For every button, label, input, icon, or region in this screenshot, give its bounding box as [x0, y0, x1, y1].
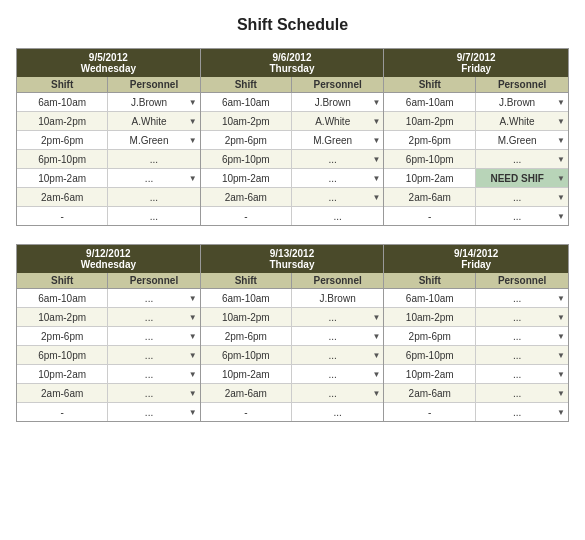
personnel-cell[interactable]: A.White▼ [292, 112, 383, 130]
dropdown-arrow-icon[interactable]: ▼ [557, 212, 565, 221]
personnel-cell[interactable]: ...▼ [108, 327, 199, 345]
shift-time-cell: 2am-6am [17, 384, 108, 402]
col-headers-row: ShiftPersonnel [17, 77, 200, 93]
personnel-cell[interactable]: ...▼ [108, 403, 199, 421]
dropdown-arrow-icon[interactable]: ▼ [557, 174, 565, 183]
personnel-name: ... [295, 312, 370, 323]
dropdown-arrow-icon[interactable]: ▼ [557, 408, 565, 417]
shift-time-cell: 2am-6am [201, 188, 292, 206]
personnel-name: ... [479, 407, 555, 418]
shift-time-cell: 10pm-2am [17, 365, 108, 383]
personnel-cell[interactable]: ...▼ [108, 289, 199, 307]
personnel-cell[interactable]: J.Brown▼ [292, 93, 383, 111]
personnel-cell[interactable]: M.Green▼ [476, 131, 568, 149]
personnel-cell[interactable]: ...▼ [108, 384, 199, 402]
day-block-1-2: 9/14/2012FridayShiftPersonnel6am-10am...… [384, 245, 568, 422]
personnel-name: J.Brown [295, 97, 370, 108]
dropdown-arrow-icon[interactable]: ▼ [189, 136, 197, 145]
dropdown-arrow-icon[interactable]: ▼ [372, 117, 380, 126]
personnel-name: ... [479, 388, 555, 399]
shift-time-cell: 6pm-10pm [201, 150, 292, 168]
personnel-cell[interactable]: ...▼ [292, 150, 383, 168]
personnel-cell[interactable]: ...▼ [292, 188, 383, 206]
day-weekday: Friday [386, 63, 566, 74]
dropdown-arrow-icon[interactable]: ▼ [189, 408, 197, 417]
dropdown-arrow-icon[interactable]: ▼ [189, 351, 197, 360]
day-date: 9/7/2012 [386, 52, 566, 63]
table-row: -... [17, 207, 200, 226]
personnel-cell[interactable]: ...▼ [476, 188, 568, 206]
dropdown-arrow-icon[interactable]: ▼ [557, 370, 565, 379]
dropdown-arrow-icon[interactable]: ▼ [557, 313, 565, 322]
shift-time-cell: 2pm-6pm [384, 327, 476, 345]
dropdown-arrow-icon[interactable]: ▼ [189, 117, 197, 126]
shift-time-cell: 10pm-2am [384, 169, 476, 187]
dropdown-arrow-icon[interactable]: ▼ [557, 117, 565, 126]
schedule-grid-0: 9/5/2012WednesdayShiftPersonnel6am-10amJ… [16, 48, 569, 226]
col-headers-row: ShiftPersonnel [384, 77, 568, 93]
dropdown-arrow-icon[interactable]: ▼ [557, 193, 565, 202]
personnel-cell[interactable]: ...▼ [476, 327, 568, 345]
personnel-cell[interactable]: ...▼ [476, 365, 568, 383]
personnel-cell[interactable]: ...▼ [476, 346, 568, 364]
personnel-cell[interactable]: M.Green▼ [292, 131, 383, 149]
personnel-cell[interactable]: ...▼ [292, 384, 383, 402]
dropdown-arrow-icon[interactable]: ▼ [189, 370, 197, 379]
dropdown-arrow-icon[interactable]: ▼ [189, 174, 197, 183]
dropdown-arrow-icon[interactable]: ▼ [189, 294, 197, 303]
personnel-cell[interactable]: ...▼ [292, 308, 383, 326]
table-row: 2pm-6pm...▼ [384, 327, 568, 346]
dropdown-arrow-icon[interactable]: ▼ [372, 332, 380, 341]
personnel-cell[interactable]: ...▼ [108, 308, 199, 326]
personnel-cell[interactable]: ...▼ [108, 365, 199, 383]
dropdown-arrow-icon[interactable]: ▼ [557, 98, 565, 107]
dropdown-arrow-icon[interactable]: ▼ [557, 332, 565, 341]
dropdown-arrow-icon[interactable]: ▼ [372, 155, 380, 164]
personnel-cell[interactable]: ...▼ [108, 169, 199, 187]
dropdown-arrow-icon[interactable]: ▼ [557, 389, 565, 398]
personnel-cell[interactable]: ...▼ [476, 207, 568, 225]
dropdown-arrow-icon[interactable]: ▼ [372, 174, 380, 183]
personnel-cell[interactable]: J.Brown▼ [476, 93, 568, 111]
schedule-section-0: 9/5/2012WednesdayShiftPersonnel6am-10amJ… [16, 48, 569, 226]
personnel-name: ... [111, 154, 196, 165]
dropdown-arrow-icon[interactable]: ▼ [189, 389, 197, 398]
personnel-cell[interactable]: ...▼ [476, 308, 568, 326]
personnel-cell[interactable]: ...▼ [292, 327, 383, 345]
personnel-cell[interactable]: ...▼ [292, 365, 383, 383]
dropdown-arrow-icon[interactable]: ▼ [372, 98, 380, 107]
dropdown-arrow-icon[interactable]: ▼ [372, 351, 380, 360]
personnel-cell[interactable]: ...▼ [108, 346, 199, 364]
personnel-cell: ... [108, 207, 199, 225]
personnel-cell[interactable]: A.White▼ [108, 112, 199, 130]
day-block-1-1: 9/13/2012ThursdayShiftPersonnel6am-10amJ… [201, 245, 385, 422]
table-row: 2am-6am...▼ [17, 384, 200, 403]
dropdown-arrow-icon[interactable]: ▼ [372, 389, 380, 398]
personnel-cell[interactable]: NEED SHIF▼ [476, 169, 568, 187]
dropdown-arrow-icon[interactable]: ▼ [372, 136, 380, 145]
dropdown-arrow-icon[interactable]: ▼ [189, 98, 197, 107]
personnel-cell[interactable]: ...▼ [292, 346, 383, 364]
personnel-cell[interactable]: ...▼ [476, 150, 568, 168]
personnel-cell[interactable]: A.White▼ [476, 112, 568, 130]
shift-time-cell: 10pm-2am [384, 365, 476, 383]
dropdown-arrow-icon[interactable]: ▼ [557, 136, 565, 145]
dropdown-arrow-icon[interactable]: ▼ [557, 294, 565, 303]
personnel-cell[interactable]: M.Green▼ [108, 131, 199, 149]
dropdown-arrow-icon[interactable]: ▼ [189, 332, 197, 341]
dropdown-arrow-icon[interactable]: ▼ [372, 313, 380, 322]
personnel-cell[interactable]: ...▼ [476, 384, 568, 402]
dropdown-arrow-icon[interactable]: ▼ [189, 313, 197, 322]
shift-time-cell: - [201, 403, 292, 421]
personnel-cell[interactable]: ...▼ [476, 403, 568, 421]
personnel-cell[interactable]: ...▼ [292, 169, 383, 187]
dropdown-arrow-icon[interactable]: ▼ [372, 370, 380, 379]
table-row: 6pm-10pm...▼ [384, 150, 568, 169]
personnel-cell[interactable]: J.Brown▼ [108, 93, 199, 111]
dropdown-arrow-icon[interactable]: ▼ [372, 193, 380, 202]
personnel-name: ... [295, 388, 370, 399]
personnel-cell[interactable]: ...▼ [476, 289, 568, 307]
dropdown-arrow-icon[interactable]: ▼ [557, 155, 565, 164]
personnel-name: ... [479, 154, 555, 165]
dropdown-arrow-icon[interactable]: ▼ [557, 351, 565, 360]
